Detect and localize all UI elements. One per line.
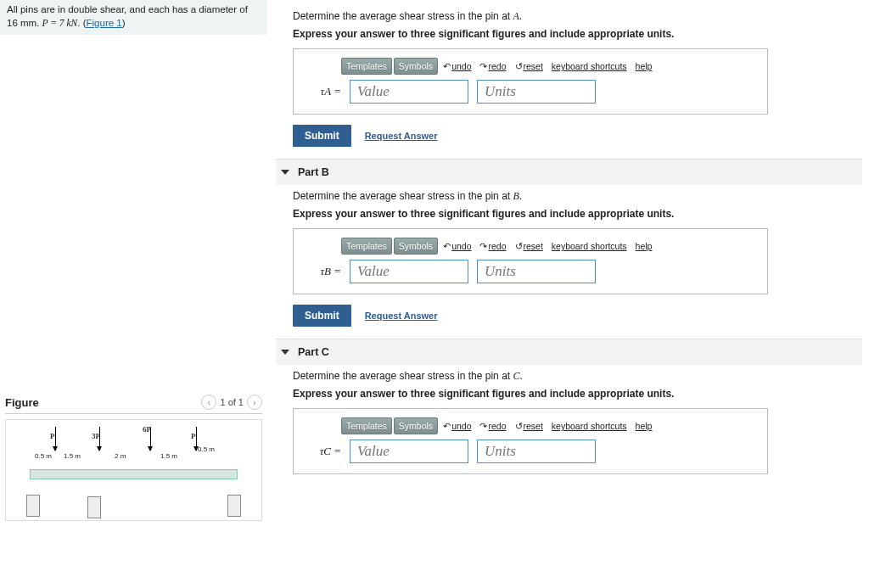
part-a-submit-button[interactable]: Submit	[293, 125, 351, 147]
part-a-request-answer-link[interactable]: Request Answer	[365, 131, 438, 141]
symbols-button[interactable]: Symbols	[394, 238, 438, 255]
part-a-value-input[interactable]	[350, 80, 468, 104]
part-b-units-input[interactable]	[477, 260, 596, 283]
problem-p-expr: P = 7 kN	[42, 18, 78, 28]
undo-button[interactable]: ↶undo	[440, 59, 474, 74]
redo-icon: ↷	[479, 61, 487, 71]
keyboard-shortcuts-button[interactable]: keyboard shortcuts	[548, 419, 631, 433]
redo-icon: ↷	[479, 241, 487, 251]
support-mid	[87, 496, 101, 518]
dim-label-4: 1.5 m	[160, 452, 177, 460]
part-c-value-input[interactable]	[350, 440, 468, 463]
figure-panel: Figure ‹ 1 of 1 › P 3P 6P P 0.5 m 1.5 m	[0, 391, 267, 521]
part-b-input-row: τB =	[309, 260, 759, 283]
part-c-units-input[interactable]	[477, 440, 596, 463]
figure-nav: ‹ 1 of 1 ›	[201, 395, 262, 410]
undo-button[interactable]: ↶undo	[440, 419, 474, 434]
part-b-instr: Express your answer to three significant…	[293, 208, 854, 220]
part-a-toolbar: Templates Symbols ↶undo ↷redo ↺reset key…	[341, 58, 759, 75]
part-a-submit-row: Submit Request Answer	[293, 125, 854, 147]
part-c-toolbar: Templates Symbols ↶undo ↷redo ↺reset key…	[341, 417, 759, 434]
part-b-tau-label: τB =	[309, 265, 341, 278]
dim-label-1: 0.5 m	[35, 452, 52, 460]
reset-button[interactable]: ↺reset	[512, 419, 547, 434]
dim-label-2: 1.5 m	[64, 452, 81, 460]
force-label-2: 3P	[92, 432, 100, 440]
force-arrow-4	[196, 427, 197, 451]
part-c-prompt: Determine the average shear stress in th…	[293, 370, 854, 383]
reset-button[interactable]: ↺reset	[512, 239, 547, 254]
left-column: All pins are in double shear, and each h…	[0, 0, 267, 588]
force-label-3: 6P	[143, 425, 151, 434]
force-arrow-1	[55, 427, 56, 451]
dim-label-3: 2 m	[115, 452, 126, 460]
caret-down-icon	[281, 350, 289, 355]
part-b-submit-button[interactable]: Submit	[293, 305, 351, 327]
templates-button[interactable]: Templates	[341, 417, 392, 434]
figure-diagram: P 3P 6P P 0.5 m 1.5 m 2 m 1.5 m 0.5 m	[5, 419, 262, 521]
redo-button[interactable]: ↷redo	[476, 419, 509, 434]
part-a-units-input[interactable]	[477, 80, 596, 104]
help-button[interactable]: help	[632, 59, 656, 73]
figure-prev-button[interactable]: ‹	[201, 395, 216, 410]
problem-statement: All pins are in double shear, and each h…	[0, 0, 267, 35]
undo-icon: ↶	[443, 241, 451, 251]
keyboard-shortcuts-button[interactable]: keyboard shortcuts	[548, 59, 631, 73]
templates-button[interactable]: Templates	[341, 238, 392, 255]
part-a-input-row: τA =	[309, 80, 759, 104]
templates-button[interactable]: Templates	[341, 58, 392, 75]
redo-button[interactable]: ↷redo	[476, 59, 509, 74]
part-b-submit-row: Submit Request Answer	[293, 305, 854, 327]
help-button[interactable]: help	[632, 239, 656, 253]
figure-next-button[interactable]: ›	[247, 395, 262, 410]
part-a-tau-label: τA =	[309, 85, 341, 98]
force-label-4: P	[191, 432, 196, 440]
part-c-instr: Express your answer to three significant…	[293, 388, 854, 400]
part-b-prompt: Determine the average shear stress in th…	[293, 190, 854, 203]
part-b-title: Part B	[298, 166, 329, 178]
reset-icon: ↺	[515, 241, 523, 251]
figure-title: Figure	[5, 396, 39, 409]
dim-label-5: 0.5 m	[198, 445, 215, 453]
part-b-request-answer-link[interactable]: Request Answer	[365, 311, 438, 321]
reset-icon: ↺	[515, 421, 523, 431]
support-left	[26, 495, 40, 517]
beam	[30, 469, 238, 479]
part-c-input-row: τC =	[309, 440, 759, 463]
undo-icon: ↶	[443, 61, 451, 71]
part-a-answer-box: Templates Symbols ↶undo ↷redo ↺reset key…	[293, 48, 768, 115]
part-c-answer-box: Templates Symbols ↶undo ↷redo ↺reset key…	[293, 408, 768, 474]
undo-icon: ↶	[443, 421, 451, 431]
support-right	[227, 495, 241, 517]
help-button[interactable]: help	[632, 419, 656, 433]
part-c-header[interactable]: Part C	[276, 339, 862, 365]
part-b-answer-box: Templates Symbols ↶undo ↷redo ↺reset key…	[293, 228, 768, 294]
reset-button[interactable]: ↺reset	[512, 59, 547, 74]
part-b-toolbar: Templates Symbols ↶undo ↷redo ↺reset key…	[341, 238, 759, 255]
keyboard-shortcuts-button[interactable]: keyboard shortcuts	[548, 239, 631, 253]
part-c-title: Part C	[298, 346, 329, 358]
figure-link[interactable]: Figure 1	[87, 18, 122, 28]
undo-button[interactable]: ↶undo	[440, 239, 474, 254]
figure-counter: 1 of 1	[220, 397, 244, 407]
part-b-value-input[interactable]	[350, 260, 468, 283]
reset-icon: ↺	[515, 61, 523, 71]
symbols-button[interactable]: Symbols	[394, 58, 438, 75]
redo-button[interactable]: ↷redo	[476, 239, 509, 254]
figure-header: Figure ‹ 1 of 1 ›	[5, 391, 262, 414]
part-a-prompt: Determine the average shear stress in th…	[293, 10, 854, 23]
part-b-header[interactable]: Part B	[276, 159, 862, 185]
part-a-instr: Express your answer to three significant…	[293, 28, 854, 40]
caret-down-icon	[281, 170, 289, 175]
redo-icon: ↷	[479, 421, 487, 431]
symbols-button[interactable]: Symbols	[394, 417, 438, 434]
force-label-1: P	[50, 432, 55, 440]
part-c-tau-label: τC =	[309, 445, 341, 458]
right-column: Determine the average shear stress in th…	[267, 0, 869, 588]
